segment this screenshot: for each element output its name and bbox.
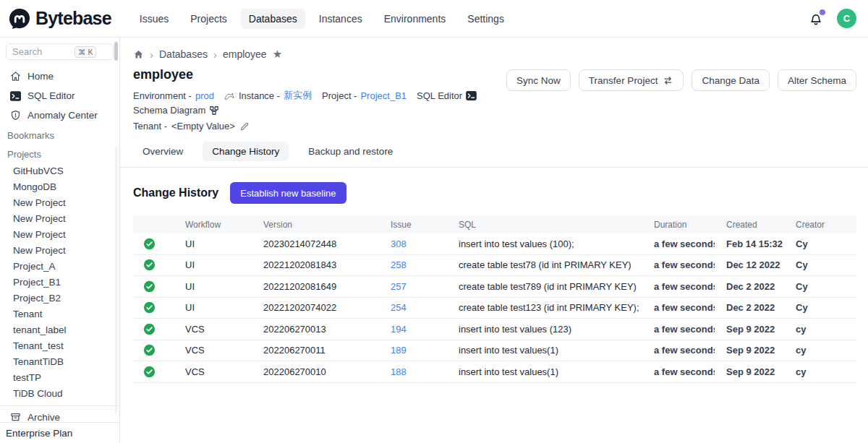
breadcrumb-item-employee[interactable]: employee	[223, 48, 267, 60]
sidebar-project-item[interactable]: TenantTiDB	[6, 353, 114, 369]
bytebase-logo[interactable]: Bytebase	[9, 8, 111, 30]
nav-item-databases[interactable]: Databases	[241, 9, 305, 29]
sidebar-item-sql-editor[interactable]: SQL Editor	[6, 86, 114, 106]
cell-duration: a few seconds	[642, 238, 715, 249]
sidebar-item-anomaly-center[interactable]: Anomaly Center	[6, 106, 114, 125]
nav-item-issues[interactable]: Issues	[132, 9, 176, 29]
cell-created: Sep 9 2022	[715, 324, 784, 335]
transfer-project-button[interactable]: Transfer Project	[579, 69, 684, 91]
database-tabs: Overview Change History Backup and resto…	[133, 142, 868, 167]
sidebar-item-home[interactable]: Home	[6, 66, 114, 86]
breadcrumb-item-databases[interactable]: Databases	[159, 48, 208, 60]
navbar-right: C	[808, 9, 856, 28]
project-link[interactable]: Project_B1	[360, 90, 407, 101]
shield-icon	[10, 110, 21, 121]
database-meta-line1: Environment - prod Instance - 新实例	[133, 89, 506, 116]
sidebar-project-item[interactable]: TiDB Cloud	[6, 385, 114, 401]
sidebar-project-item[interactable]: GitHubVCS	[6, 163, 114, 179]
tenant-label: Tenant -	[133, 121, 167, 132]
notification-bell-button[interactable]	[808, 11, 824, 27]
table-row[interactable]: UI 20230214072448 308 insert into test v…	[133, 233, 856, 255]
sql-editor-label: SQL Editor	[417, 90, 462, 101]
cell-sql: create table test789 (id int PRIMARY KEY…	[447, 281, 642, 292]
cell-duration: a few seconds	[642, 345, 715, 356]
cell-issue-link[interactable]: 308	[379, 238, 447, 249]
tab-backup-restore[interactable]: Backup and restore	[299, 142, 402, 161]
edit-pencil-icon[interactable]	[239, 121, 250, 132]
cell-workflow: UI	[174, 259, 252, 270]
establish-baseline-button[interactable]: Establish new baseline	[230, 182, 346, 204]
table-header-version: Version	[252, 220, 379, 230]
sidebar-project-item[interactable]: New Project	[6, 242, 114, 258]
cell-issue-link[interactable]: 257	[379, 281, 447, 292]
alter-schema-button[interactable]: Alter Schema	[778, 69, 856, 91]
sidebar-project-item[interactable]: MongoDB	[6, 179, 114, 194]
search-input[interactable]	[12, 46, 75, 57]
sync-now-button[interactable]: Sync Now	[506, 69, 571, 91]
cell-creator: cy	[784, 324, 856, 335]
table-header-workflow: Workflow	[174, 220, 252, 230]
sql-editor-link[interactable]: SQL Editor	[417, 90, 477, 101]
cell-duration: a few seconds	[642, 324, 715, 335]
nav-item-environments[interactable]: Environments	[376, 9, 454, 29]
table-row[interactable]: VCS 202206270013 194 insert into test va…	[133, 319, 856, 340]
cell-duration: a few seconds	[642, 366, 715, 377]
sidebar-project-item[interactable]: New Project	[6, 210, 114, 226]
sidebar-project-item[interactable]: Project_A	[6, 258, 114, 274]
plan-label: Enterprise Plan	[0, 422, 119, 443]
status-success-icon	[143, 344, 156, 356]
user-avatar[interactable]: C	[837, 9, 856, 28]
change-data-button[interactable]: Change Data	[692, 69, 770, 91]
sidebar-divider	[0, 405, 119, 406]
cell-issue-link[interactable]: 194	[379, 324, 447, 335]
change-history-table: Workflow Version Issue SQL Duration Crea…	[133, 216, 856, 383]
instance-link[interactable]: 新实例	[284, 89, 312, 102]
cell-sql: create table test78 (id int PRIMARY KEY)	[447, 259, 642, 270]
table-row[interactable]: VCS 202206270011 189 insert into test va…	[133, 340, 856, 362]
cell-version: 20221202074022	[252, 302, 379, 313]
nav-item-projects[interactable]: Projects	[182, 9, 235, 29]
transfer-project-label: Transfer Project	[589, 75, 658, 86]
cell-version: 20221202081649	[252, 281, 379, 292]
cell-creator: Cy	[784, 238, 856, 249]
nav-item-settings[interactable]: Settings	[459, 9, 512, 29]
breadcrumb-home-icon[interactable]	[133, 49, 144, 60]
tab-overview[interactable]: Overview	[133, 142, 192, 161]
instance-meta: Instance - 新实例	[224, 89, 312, 102]
sidebar-scrollbar-thumb[interactable]	[114, 42, 118, 61]
cell-creator: Cy	[784, 302, 856, 313]
tab-change-history[interactable]: Change History	[203, 142, 289, 161]
cell-issue-link[interactable]: 254	[379, 302, 447, 313]
table-row[interactable]: UI 20221202074022 254 create table test1…	[133, 298, 856, 319]
schema-diagram-link[interactable]: Schema Diagram	[133, 105, 219, 116]
sidebar-project-item[interactable]: Tenant_test	[6, 337, 114, 353]
table-row[interactable]: UI 20221202081649 257 create table test7…	[133, 276, 856, 298]
main-nav: Issues Projects Databases Instances Envi…	[132, 9, 512, 29]
cell-duration: a few seconds	[642, 302, 715, 313]
nav-item-instances[interactable]: Instances	[311, 9, 370, 29]
search-box[interactable]: ⌘ K	[6, 43, 114, 60]
sidebar-item-label: Anomaly Center	[27, 110, 98, 121]
cell-issue-link[interactable]: 189	[379, 345, 447, 356]
table-header-row: Workflow Version Issue SQL Duration Crea…	[133, 216, 856, 233]
favorite-star-icon[interactable]: ★	[273, 48, 282, 61]
environment-link[interactable]: prod	[195, 90, 214, 101]
cell-issue-link[interactable]: 258	[379, 259, 447, 270]
sidebar-project-item[interactable]: Tenant	[6, 306, 114, 322]
top-navbar: Bytebase Issues Projects Databases Insta…	[0, 0, 868, 38]
bytebase-app: Bytebase Issues Projects Databases Insta…	[0, 0, 868, 443]
bookmarks-section-label: Bookmarks	[6, 125, 114, 144]
cell-issue-link[interactable]: 188	[379, 366, 447, 377]
cell-creator: Cy	[784, 259, 856, 270]
cell-creator: cy	[784, 345, 856, 356]
page-title: employee	[133, 67, 506, 82]
sidebar-project-item[interactable]: Project_B1	[6, 274, 114, 290]
sidebar-project-item[interactable]: New Project	[6, 226, 114, 242]
table-row[interactable]: VCS 202206270010 188 insert into test va…	[133, 361, 856, 383]
sidebar-project-item[interactable]: testTP	[6, 369, 114, 385]
table-row[interactable]: UI 20221202081843 258 create table test7…	[133, 255, 856, 277]
sidebar-project-item[interactable]: tenant_label	[6, 322, 114, 337]
sidebar-project-item[interactable]: Project_B2	[6, 290, 114, 306]
breadcrumb-separator: ›	[213, 48, 217, 61]
sidebar-project-item[interactable]: New Project	[6, 194, 114, 210]
